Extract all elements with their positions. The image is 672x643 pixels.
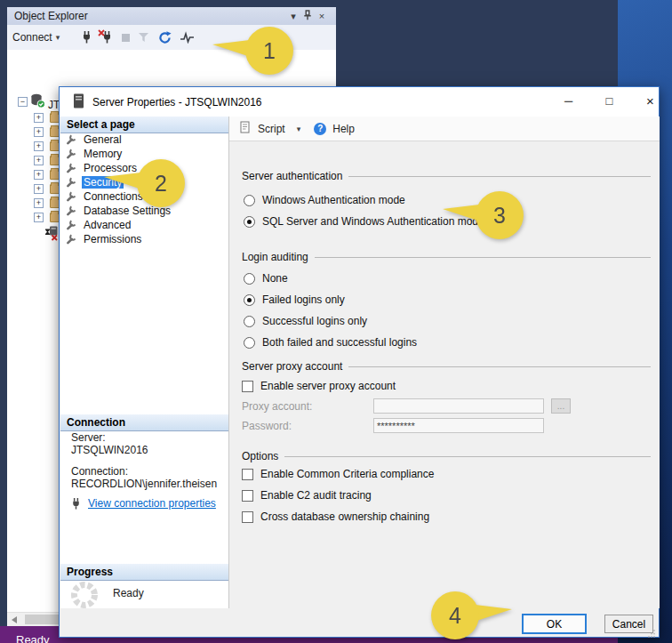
wrench-icon (66, 177, 76, 188)
scroll-left-icon[interactable] (12, 616, 17, 623)
proxy-account-label: Proxy account: (242, 400, 312, 413)
collapse-icon[interactable]: − (18, 97, 28, 107)
server-label: Server: (71, 431, 106, 444)
options-group: Options (242, 450, 651, 462)
checkbox-enable-server-proxy[interactable]: Enable server proxy account (242, 380, 396, 392)
expand-icon[interactable]: + (34, 198, 44, 208)
close-icon[interactable]: × (630, 87, 670, 114)
wrench-icon (66, 234, 76, 245)
expand-icon[interactable]: + (34, 127, 44, 137)
server-authentication-group: Server authentication (242, 170, 651, 182)
callout-4: 4 (428, 590, 514, 641)
checkbox-icon (242, 381, 253, 392)
password-input (373, 418, 544, 433)
activity-monitor-icon[interactable] (180, 31, 195, 44)
checkbox-c2-audit-tracing[interactable]: Enable C2 audit tracing (242, 489, 372, 502)
callout-3-number: 3 (476, 189, 524, 241)
progress-header: Progress (60, 564, 228, 581)
callout-1-number: 1 (245, 25, 293, 76)
server-proxy-account-group: Server proxy account (242, 360, 651, 373)
select-a-page-header: Select a page (60, 117, 228, 133)
connection-plug-icon (70, 497, 82, 513)
callout-1: 1 (211, 25, 296, 76)
radio-icon (244, 337, 255, 349)
pin-icon[interactable] (300, 10, 315, 22)
page-item-general[interactable]: General (66, 133, 226, 147)
filter-icon (139, 33, 149, 43)
page-item-advanced[interactable]: Advanced (66, 218, 226, 232)
radio-none[interactable]: None (244, 272, 288, 285)
checkbox-icon (242, 490, 253, 502)
close-icon[interactable]: × (315, 11, 329, 21)
radio-selected-icon (244, 294, 255, 306)
disconnect-plug-icon[interactable] (101, 31, 113, 44)
expand-icon[interactable]: + (34, 184, 44, 194)
wrench-icon (66, 149, 76, 159)
expand-icon[interactable]: + (34, 156, 44, 165)
cancel-button[interactable]: Cancel (604, 615, 653, 633)
checkbox-cross-db-ownership[interactable]: Cross database ownership chaining (242, 510, 429, 523)
radio-icon (244, 195, 255, 206)
object-explorer-title: Object Explorer (14, 10, 88, 22)
checkbox-icon (242, 511, 253, 523)
view-connection-properties-link[interactable]: View connection properties (88, 497, 216, 510)
help-icon: ? (314, 123, 326, 135)
refresh-icon[interactable] (158, 31, 172, 44)
radio-icon (244, 273, 255, 285)
connection-label: Connection: (71, 465, 128, 478)
callout-3: 3 (441, 189, 526, 241)
radio-both-failed-and-successful[interactable]: Both failed and successful logins (244, 336, 417, 349)
chevron-down-icon: ▾ (56, 33, 60, 42)
wrench-icon (66, 134, 76, 145)
wrench-icon (66, 220, 76, 230)
password-label: Password: (242, 420, 292, 432)
script-button[interactable]: Script (258, 123, 285, 135)
radio-windows-auth[interactable]: Windows Authentication mode (244, 194, 405, 206)
help-button[interactable]: Help (332, 123, 355, 135)
screen: Ready Object Explorer ▾ × Connect ▾ (0, 0, 672, 643)
radio-icon (244, 316, 255, 327)
server-icon (73, 93, 84, 111)
stop-icon (122, 34, 130, 42)
login-auditing-group: Login auditing (242, 251, 651, 263)
checkbox-icon (242, 469, 253, 480)
progress-status: Ready (113, 587, 144, 599)
script-icon (240, 121, 252, 136)
expand-icon[interactable]: + (34, 113, 44, 123)
window-position-icon[interactable]: ▾ (286, 11, 300, 22)
sql-agent-icon[interactable] (44, 226, 59, 245)
expand-icon[interactable]: + (34, 213, 44, 222)
checkbox-common-criteria[interactable]: Enable Common Criteria compliance (242, 468, 434, 480)
dialog-toolbar: Script ▾ ? Help (229, 117, 660, 141)
expand-icon[interactable]: + (34, 170, 44, 180)
maximize-icon[interactable]: □ (589, 87, 629, 114)
callout-2: 2 (102, 157, 188, 209)
connection-header: Connection (60, 414, 228, 431)
minimize-icon[interactable]: ─ (548, 87, 588, 114)
browse-button: ... (551, 398, 571, 414)
wrench-icon (66, 191, 76, 202)
connect-button[interactable]: Connect ▾ (12, 31, 60, 44)
callout-4-number: 4 (431, 590, 479, 641)
radio-successful-logins-only[interactable]: Successful logins only (244, 315, 367, 327)
callout-2-number: 2 (137, 157, 185, 209)
dialog-title: Server Properties - JTSQLWIN2016 (92, 96, 262, 109)
status-bar-text: Ready (16, 633, 50, 643)
proxy-account-input (373, 398, 544, 414)
expand-icon[interactable]: + (34, 141, 44, 151)
wrench-icon (66, 163, 76, 173)
server-value: JTSQLWIN2016 (71, 444, 148, 456)
page-item-permissions[interactable]: Permissions (66, 232, 226, 246)
ok-button[interactable]: OK (522, 614, 587, 634)
radio-selected-icon (244, 216, 255, 228)
database-server-icon (30, 93, 45, 112)
connect-plug-icon[interactable] (81, 31, 92, 44)
wrench-icon (66, 205, 76, 216)
progress-spinner-icon (69, 580, 100, 614)
object-explorer-titlebar: Object Explorer ▾ × (7, 7, 336, 25)
connection-value: RECORDLION\jennifer.theisen (71, 478, 217, 490)
radio-failed-logins-only[interactable]: Failed logins only (244, 293, 345, 306)
chevron-down-icon[interactable]: ▾ (297, 125, 301, 133)
resize-grip[interactable] (647, 625, 656, 634)
